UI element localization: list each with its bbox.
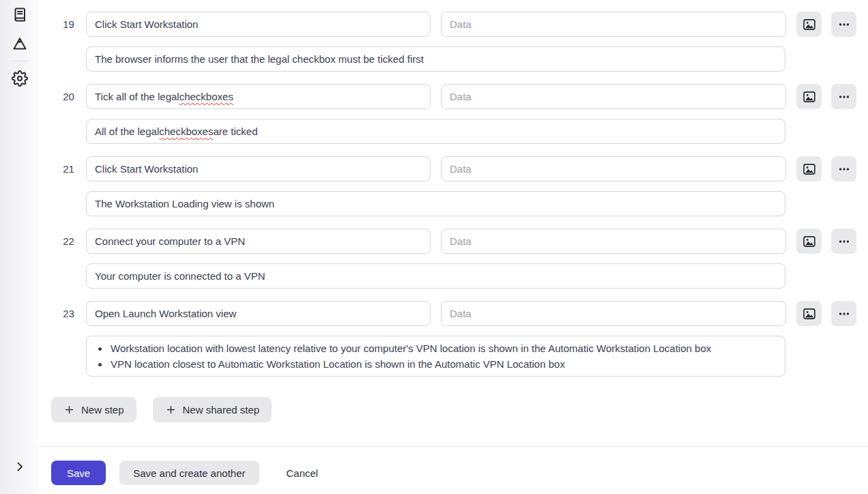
step-expected-input[interactable]: The Workstation Loading view is shown <box>86 191 785 216</box>
image-icon <box>802 162 816 176</box>
step-expected-input[interactable]: The browser informs the user that the le… <box>86 46 785 72</box>
step-data-input[interactable]: Data <box>441 301 786 326</box>
step-action-input[interactable]: Click Start Workstation <box>86 12 431 37</box>
step-more-button[interactable] <box>831 12 856 37</box>
gear-icon <box>12 70 28 87</box>
image-icon <box>802 307 816 321</box>
attach-image-button[interactable] <box>796 156 822 181</box>
plus-icon <box>63 404 75 416</box>
sidebar-item-milestones[interactable] <box>9 33 31 55</box>
step-action-input[interactable]: Open Launch Workstation view <box>86 301 431 326</box>
step-actions-row: New step New shared step <box>51 397 856 422</box>
step-more-button[interactable] <box>831 229 856 254</box>
step-action-input[interactable]: Click Start Workstation <box>86 156 431 181</box>
book-icon <box>12 6 28 23</box>
image-icon <box>802 235 816 248</box>
mountain-icon <box>12 35 28 52</box>
cancel-button[interactable]: Cancel <box>287 461 319 485</box>
image-icon <box>802 18 816 31</box>
test-step-row: 21 Click Start Workstation Data The Work… <box>51 156 856 216</box>
step-data-input[interactable]: Data <box>441 156 786 181</box>
step-more-button[interactable] <box>831 301 856 326</box>
attach-image-button[interactable] <box>796 84 822 109</box>
bullet-item: VPN location closest to Automatic Workst… <box>109 356 711 372</box>
step-data-placeholder: Data <box>450 233 472 249</box>
test-step-row: 19 Click Start Workstation Data The brow… <box>51 12 856 72</box>
ellipsis-icon <box>837 162 851 176</box>
ellipsis-icon <box>837 307 851 321</box>
sidebar-expand-button[interactable] <box>9 456 31 478</box>
attach-image-button[interactable] <box>796 301 822 326</box>
ellipsis-icon <box>837 18 851 31</box>
step-more-button[interactable] <box>831 156 856 181</box>
sidebar-divider <box>12 61 27 61</box>
step-number: 19 <box>51 12 86 37</box>
new-step-button[interactable]: New step <box>51 397 136 422</box>
save-button[interactable]: Save <box>51 461 106 485</box>
step-more-button[interactable] <box>831 84 856 109</box>
step-action-input[interactable]: Tick all of the legal checkboxes <box>86 84 431 109</box>
footer-bar: Save Save and create another Cancel <box>39 447 868 493</box>
step-data-placeholder: Data <box>450 89 472 104</box>
ellipsis-icon <box>837 235 851 248</box>
step-number: 21 <box>51 156 86 181</box>
new-shared-step-button[interactable]: New shared step <box>153 397 272 422</box>
step-data-input[interactable]: Data <box>441 12 786 37</box>
plus-icon <box>165 404 177 416</box>
sidebar <box>0 0 39 494</box>
ellipsis-icon <box>837 90 851 104</box>
step-number: 20 <box>51 84 86 109</box>
step-data-placeholder: Data <box>450 16 472 32</box>
step-expected-input[interactable]: Workstation location with lowest latency… <box>86 336 785 377</box>
step-number: 22 <box>51 229 86 254</box>
test-step-row: 22 Connect your computer to a VPN Data Y… <box>51 229 856 289</box>
save-and-create-another-button[interactable]: Save and create another <box>119 461 259 485</box>
step-expected-input[interactable]: All of the legal checkboxes are ticked <box>86 119 785 144</box>
sidebar-item-documentation[interactable] <box>9 3 31 25</box>
bullet-item: Workstation location with lowest latency… <box>109 340 711 356</box>
steps-editor-main: 19 Click Start Workstation Data The brow… <box>39 0 868 494</box>
test-case-editor: 19 Click Start Workstation Data The brow… <box>0 0 868 494</box>
attach-image-button[interactable] <box>796 12 822 37</box>
step-expected-input[interactable]: Your computer is connected to a VPN <box>86 263 785 289</box>
expected-bullet-list: Workstation location with lowest latency… <box>95 340 711 372</box>
steps-list: 19 Click Start Workstation Data The brow… <box>39 0 868 447</box>
attach-image-button[interactable] <box>796 229 822 254</box>
new-shared-step-label: New shared step <box>183 404 260 416</box>
sidebar-item-settings[interactable] <box>9 68 31 89</box>
chevron-right-icon <box>14 461 26 473</box>
step-number: 23 <box>51 301 86 326</box>
step-action-input[interactable]: Connect your computer to a VPN <box>86 229 431 254</box>
test-step-row: 23 Open Launch Workstation view Data Wor… <box>51 301 856 377</box>
step-data-placeholder: Data <box>450 161 472 177</box>
step-data-input[interactable]: Data <box>441 84 786 109</box>
step-data-placeholder: Data <box>450 306 472 321</box>
image-icon <box>802 90 816 104</box>
step-data-input[interactable]: Data <box>441 229 786 254</box>
new-step-label: New step <box>81 404 124 416</box>
test-step-row: 20 Tick all of the legal checkboxes Data… <box>51 84 856 144</box>
